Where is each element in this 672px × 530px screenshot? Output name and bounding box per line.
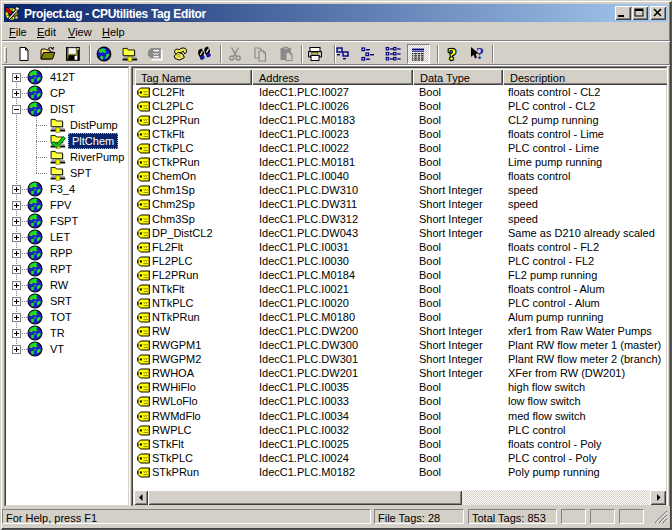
svg-text:?: ? <box>476 46 484 62</box>
svg-text:?: ? <box>448 46 457 62</box>
